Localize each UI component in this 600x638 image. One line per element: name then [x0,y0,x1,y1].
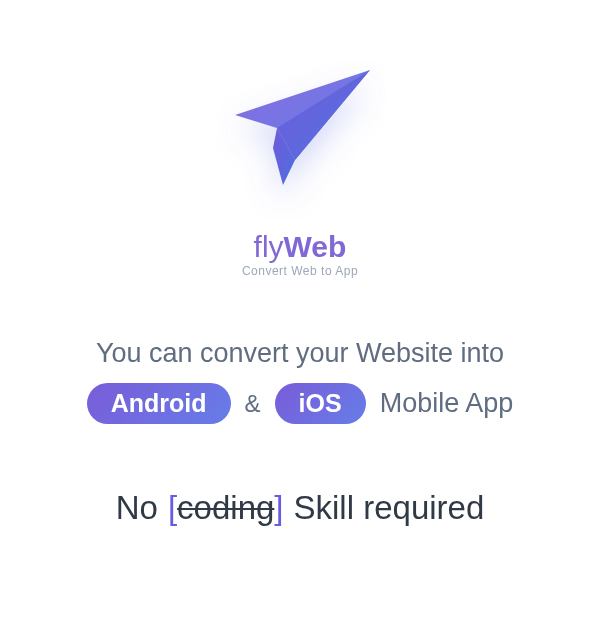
product-name: flyWeb [254,232,347,262]
ios-pill: iOS [275,383,366,424]
headline-suffix: Mobile App [380,388,514,419]
headline: You can convert your Website into Androi… [0,338,600,424]
bracket-open: [ [168,489,177,526]
ampersand: & [245,390,261,418]
product-tagline: Convert Web to App [242,264,358,278]
subhead: No [coding] Skill required [116,489,485,527]
logo-container: flyWeb Convert Web to App [215,60,385,278]
headline-line1: You can convert your Website into [0,338,600,369]
strike-word: coding [177,489,274,526]
product-name-light: fly [254,230,284,263]
product-name-bold: Web [284,230,347,263]
headline-line2: Android & iOS Mobile App [0,383,600,424]
subhead-suffix: Skill required [294,489,485,527]
paper-plane-icon [215,60,385,220]
android-pill: Android [87,383,231,424]
bracket-close: ] [274,489,283,526]
subhead-prefix: No [116,489,158,527]
